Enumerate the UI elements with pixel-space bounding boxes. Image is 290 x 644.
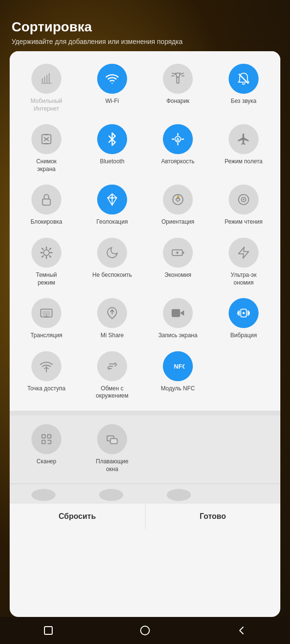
tile-mobile-internet[interactable]: МобильныйИнтернет <box>14 59 79 119</box>
geolocation-label: Геолокация <box>97 218 128 226</box>
tile-dnd[interactable]: Не беспокоить <box>79 233 145 293</box>
screen-record-icon-circle <box>163 298 193 328</box>
tile-silent[interactable]: Без звука <box>211 59 276 119</box>
auto-brightness-icon: A <box>171 132 185 146</box>
bluetooth-icon-circle <box>97 124 127 154</box>
tile-nfc[interactable]: NFC Модуль NFC <box>145 346 211 407</box>
tile-wifi[interactable]: Wi-Fi <box>79 59 145 119</box>
done-button[interactable]: Готово <box>145 503 281 530</box>
main-card: МобильныйИнтернет Wi-Fi <box>10 51 280 617</box>
tile-orientation[interactable]: 🔒 Ориентация <box>145 180 211 233</box>
orientation-icon: 🔒 <box>171 193 185 206</box>
navigation-bar <box>0 617 290 644</box>
auto-brightness-label: Автояркость <box>161 158 194 166</box>
cast-icon-circle <box>31 298 61 328</box>
svg-line-7 <box>181 73 184 74</box>
mobile-internet-icon-circle <box>31 64 61 94</box>
svg-rect-22 <box>43 199 50 205</box>
inactive-tiles-grid: Сканер Плавающиеокна <box>14 419 276 480</box>
flashlight-icon <box>171 72 185 86</box>
nfc-exchange-icon <box>105 359 119 373</box>
nav-square-button[interactable] <box>42 624 55 637</box>
tiles-grid: МобильныйИнтернет Wi-Fi <box>14 59 276 407</box>
svg-point-68 <box>141 626 149 635</box>
page-title: Сортировка <box>12 19 278 35</box>
vibration-icon-circle <box>229 298 259 328</box>
dnd-icon <box>105 246 119 259</box>
tile-screen-record[interactable]: Запись экрана <box>145 293 211 346</box>
tile-lock[interactable]: Блокировка <box>14 180 79 233</box>
reset-button[interactable]: Сбросить <box>10 503 145 530</box>
battery-save-label: Экономия <box>164 272 191 279</box>
wifi-label: Wi-Fi <box>105 98 119 105</box>
tile-scanner[interactable]: Сканер <box>14 419 79 480</box>
tile-ultra-save[interactable]: Ультра-экономия <box>211 233 276 293</box>
reading-mode-label: Режим чтения <box>225 218 262 226</box>
scanner-label: Сканер <box>37 458 57 466</box>
wifi-icon <box>105 72 119 86</box>
tile-auto-brightness[interactable]: A Автояркость <box>145 119 211 180</box>
hidden-row <box>10 484 280 503</box>
svg-rect-60 <box>47 435 51 438</box>
airplane-icon <box>237 132 250 146</box>
home-circle-icon <box>140 625 150 636</box>
ultra-save-label: Ультра-экономия <box>231 272 256 286</box>
square-icon <box>43 625 54 636</box>
svg-line-6 <box>172 73 175 74</box>
tile-hotspot[interactable]: Точка доступа <box>14 346 79 407</box>
screenshot-icon <box>40 132 53 146</box>
tile-airplane[interactable]: Режим полета <box>211 119 276 180</box>
nav-home-button[interactable] <box>138 624 152 637</box>
svg-point-23 <box>111 197 114 200</box>
orientation-label: Ориентация <box>161 218 194 226</box>
battery-save-icon-circle <box>163 238 193 268</box>
section-divider <box>10 411 280 415</box>
mobile-data-icon <box>40 72 53 86</box>
dnd-label: Не беспокоить <box>92 272 132 279</box>
nfc-icon-circle: NFC <box>163 351 193 381</box>
auto-brightness-icon-circle: A <box>163 124 193 154</box>
screen-record-icon <box>171 306 185 320</box>
bottom-actions: Сбросить Готово <box>10 503 280 530</box>
tile-screenshot[interactable]: Снимокэкрана <box>14 119 79 180</box>
tile-flashlight[interactable]: Фонарик <box>145 59 211 119</box>
tile-battery-save[interactable]: Экономия <box>145 233 211 293</box>
svg-marker-48 <box>180 310 184 316</box>
location-icon <box>105 193 119 206</box>
tile-mi-share[interactable]: Mi Share <box>79 293 145 346</box>
screen-record-label: Запись экрана <box>159 332 198 340</box>
tile-geolocation[interactable]: Геолокация <box>79 180 145 233</box>
tile-cast[interactable]: Трансляция <box>14 293 79 346</box>
orientation-icon-circle: 🔒 <box>163 185 193 215</box>
svg-rect-59 <box>42 435 45 438</box>
svg-line-39 <box>50 248 51 249</box>
nav-back-button[interactable] <box>235 624 248 637</box>
dark-mode-icon-circle <box>31 238 61 268</box>
ultra-save-icon <box>237 246 250 259</box>
wifi-icon-circle <box>97 64 127 94</box>
tile-vibration[interactable]: Вибрация <box>211 293 276 346</box>
mi-share-icon <box>105 306 119 320</box>
svg-rect-61 <box>42 440 45 444</box>
active-section: МобильныйИнтернет Wi-Fi <box>10 51 280 411</box>
tile-reading-mode[interactable]: Режим чтения <box>211 180 276 233</box>
battery-save-icon <box>171 246 185 259</box>
svg-line-36 <box>42 248 43 249</box>
svg-text:NFC: NFC <box>174 362 185 370</box>
lock-icon <box>40 193 53 206</box>
mi-share-label: Mi Share <box>101 332 124 340</box>
svg-line-38 <box>42 256 43 257</box>
tile-floating-windows[interactable]: Плавающиеокна <box>79 419 145 480</box>
nfc-icon: NFC <box>171 359 185 373</box>
tile-bluetooth[interactable]: Bluetooth <box>79 119 145 180</box>
svg-point-31 <box>44 250 49 256</box>
tile-dark-mode[interactable]: Темныйрежим <box>14 233 79 293</box>
screenshot-icon-circle <box>31 124 61 154</box>
svg-point-5 <box>112 83 113 84</box>
reading-mode-icon-circle <box>229 185 259 215</box>
flashlight-icon-circle <box>163 64 193 94</box>
tile-nfc-exchange[interactable]: Обмен сокружением <box>79 346 145 407</box>
lock-icon-circle <box>31 185 61 215</box>
scanner-icon <box>40 432 53 446</box>
dark-mode-label: Темныйрежим <box>36 272 57 286</box>
